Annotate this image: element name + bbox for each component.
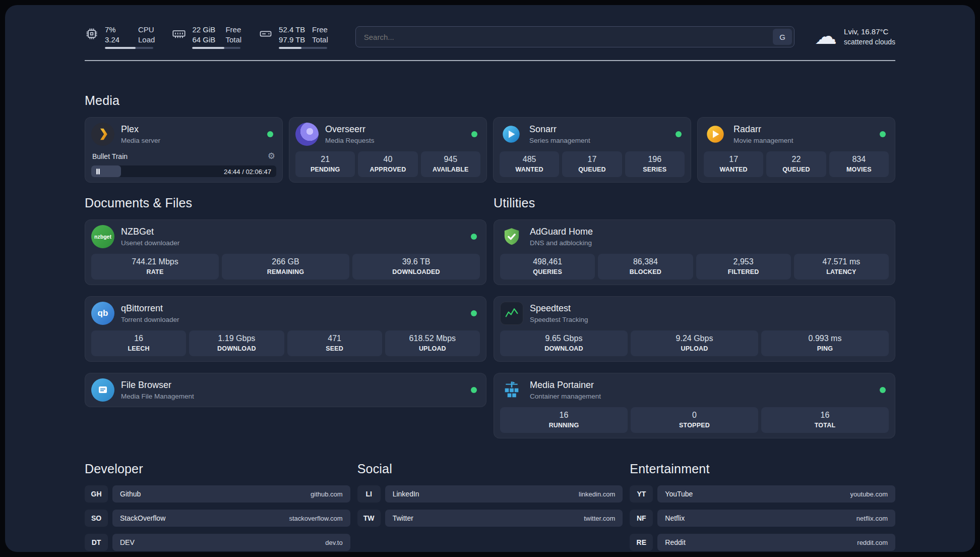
seek-bar[interactable]: 24:44 / 02:06:47: [91, 165, 276, 177]
stat-tile: 40APPROVED: [358, 151, 417, 177]
bookmark-link-twitter[interactable]: Twitter twitter.com: [385, 510, 623, 527]
service-card-sonarr[interactable]: Sonarr Series management 485WANTED 17QUE…: [493, 117, 691, 183]
status-dot: [471, 234, 477, 240]
service-card-radarr[interactable]: Radarr Movie management 17WANTED 22QUEUE…: [697, 117, 895, 183]
linkedin-icon[interactable]: LI: [357, 485, 381, 503]
weather-widget: ☁ Lviv, 16.87°C scattered clouds: [815, 25, 895, 47]
stat-tile: 471SEED: [287, 330, 382, 356]
cpu-metric: 7%CPU 3.24Load: [85, 25, 155, 49]
weather-condition: scattered clouds: [844, 38, 895, 46]
now-playing-title: Bullet Train: [92, 152, 128, 160]
ram-free: 22 GiB: [192, 25, 225, 34]
service-card-filebrowser[interactable]: File Browser Media File Management: [85, 373, 486, 407]
status-dot: [267, 131, 273, 137]
status-dot: [880, 131, 886, 137]
seek-progress: [91, 165, 121, 177]
cpu-label: CPU: [138, 25, 154, 34]
bookmark-link-stackoverflow[interactable]: StackOverflow stackoverflow.com: [112, 510, 350, 527]
overseerr-icon: [295, 123, 319, 146]
service-name: AdGuard Home: [530, 227, 593, 237]
disk-free: 52.4 TB: [279, 25, 312, 34]
search-bar: G: [355, 26, 794, 47]
bookmark-link-youtube[interactable]: YouTube youtube.com: [657, 485, 895, 503]
service-name: Media Portainer: [530, 380, 601, 391]
gear-icon[interactable]: ⚙: [268, 151, 275, 161]
service-name: NZBGet: [121, 227, 179, 237]
bookmark-row-github: GH Github github.com: [85, 485, 350, 503]
netflix-icon[interactable]: NF: [630, 510, 653, 527]
filebrowser-icon: [91, 378, 114, 402]
service-desc: Media Requests: [325, 137, 375, 144]
cloud-icon: ☁: [815, 25, 837, 47]
bookmark-row-netflix: NF Netflix netflix.com: [630, 510, 895, 527]
stat-tile: 22QUEUED: [766, 151, 826, 177]
status-dot: [471, 131, 477, 137]
section-title-media: Media: [85, 93, 895, 108]
service-name: Sonarr: [529, 124, 590, 135]
search-input[interactable]: [355, 26, 794, 47]
service-name: qBittorrent: [121, 303, 179, 314]
ram-icon: [172, 27, 186, 49]
service-desc: Speedtest Tracking: [530, 316, 588, 323]
media-grid: Plex Media server Bullet Train ⚙ 24:44 /…: [85, 117, 895, 183]
bookmark-link-linkedin[interactable]: LinkedIn linkedin.com: [385, 485, 623, 503]
bookmark-link-github[interactable]: Github github.com: [112, 485, 350, 503]
stat-tile: 47.571 msLATENCY: [794, 254, 889, 280]
service-card-adguard[interactable]: AdGuard Home DNS and adblocking 498,461Q…: [494, 219, 895, 285]
nzbget-icon: nzbget: [91, 225, 114, 248]
github-icon[interactable]: GH: [85, 485, 108, 503]
section-title-developer: Developer: [85, 462, 350, 476]
sonarr-icon: [500, 123, 523, 146]
disk-total: 97.9 TB: [279, 35, 312, 44]
section-title-documents: Documents & Files: [85, 196, 486, 210]
service-card-plex[interactable]: Plex Media server Bullet Train ⚙ 24:44 /…: [85, 117, 283, 183]
bookmark-row-dev: DT DEV dev.to: [85, 534, 350, 551]
twitter-icon[interactable]: TW: [357, 510, 381, 527]
stat-tile: 485WANTED: [500, 151, 559, 177]
bookmark-group-developer: Developer GH Github github.com SO StackO…: [85, 462, 350, 552]
youtube-icon[interactable]: YT: [630, 485, 653, 503]
stat-tile: 0.993 msPING: [761, 330, 889, 356]
bookmark-group-entertainment: Entertainment YT YouTube youtube.com NF …: [630, 462, 895, 552]
bookmark-row-twitter: TW Twitter twitter.com: [357, 510, 623, 527]
bookmark-row-reddit: RE Reddit reddit.com: [630, 534, 895, 551]
stat-tile: 744.21 MbpsRATE: [91, 254, 219, 280]
disk-usage-bar: [279, 47, 327, 49]
stat-tile: 21PENDING: [295, 151, 355, 177]
stat-tile: 498,461QUERIES: [500, 254, 595, 280]
ram-total: 64 GiB: [192, 35, 225, 44]
search-engine-button[interactable]: G: [773, 29, 792, 45]
stat-tile: 2,953FILTERED: [696, 254, 791, 280]
stackoverflow-icon[interactable]: SO: [85, 510, 108, 527]
bookmark-link-dev[interactable]: DEV dev.to: [112, 534, 350, 551]
bookmark-link-reddit[interactable]: Reddit reddit.com: [657, 534, 895, 551]
service-card-portainer[interactable]: Media Portainer Container management 16R…: [494, 373, 895, 438]
service-card-speedtest[interactable]: Speedtest Speedtest Tracking 9.65 GbpsDO…: [494, 296, 895, 362]
bookmark-group-social: Social LI LinkedIn linkedin.com TW Twitt…: [357, 462, 623, 534]
service-card-nzbget[interactable]: nzbget NZBGet Usenet downloader 744.21 M…: [85, 219, 486, 285]
documents-column: Documents & Files nzbget NZBGet Usenet d…: [85, 196, 486, 438]
stat-tile: 16TOTAL: [761, 407, 889, 433]
service-desc: Media File Management: [121, 393, 194, 400]
status-dot: [471, 310, 477, 316]
disk-metric: 52.4 TBFree 97.9 TBTotal: [259, 25, 328, 49]
stat-tile: 9.24 GbpsUPLOAD: [631, 330, 758, 356]
bookmark-row-linkedin: LI LinkedIn linkedin.com: [357, 485, 623, 503]
dev-icon[interactable]: DT: [85, 534, 108, 551]
stat-tile: 39.6 TBDOWNLOADED: [352, 254, 480, 280]
section-title-entertainment: Entertainment: [630, 462, 895, 476]
stat-tile: 945AVAILABLE: [421, 151, 480, 177]
pause-icon[interactable]: [96, 169, 100, 174]
service-card-qbittorrent[interactable]: qb qBittorrent Torrent downloader 16LEEC…: [85, 296, 486, 362]
section-title-social: Social: [357, 462, 623, 476]
stat-tile: 1.19 GbpsDOWNLOAD: [189, 330, 284, 356]
bookmark-link-netflix[interactable]: Netflix netflix.com: [657, 510, 895, 527]
service-desc: Usenet downloader: [121, 239, 179, 247]
service-desc: Movie management: [733, 137, 793, 144]
ram-free-label: Free: [225, 25, 241, 34]
portainer-icon: [500, 378, 523, 402]
service-name: Overseerr: [325, 124, 375, 135]
reddit-icon[interactable]: RE: [630, 534, 653, 551]
service-name: Plex: [121, 124, 160, 135]
service-card-overseerr[interactable]: Overseerr Media Requests 21PENDING 40APP…: [289, 117, 487, 183]
